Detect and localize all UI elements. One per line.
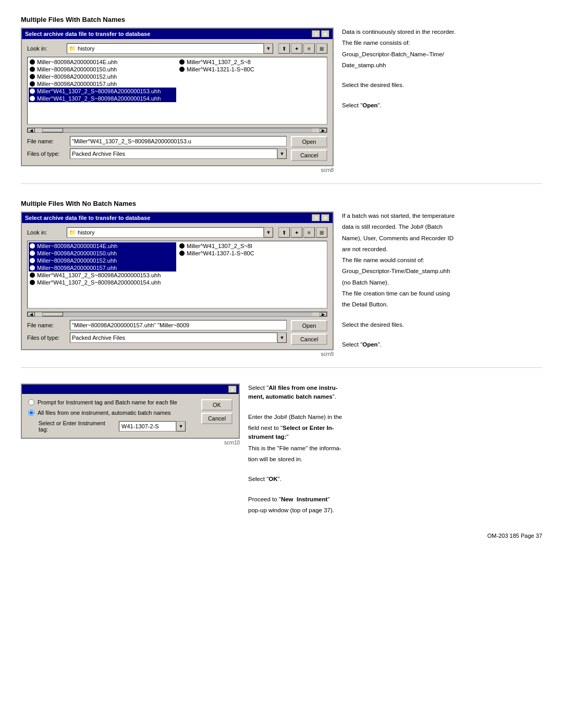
section3-radio1-row: Prompt for Instrument tag and Batch name… [28,399,186,405]
section3-instrument-combo[interactable]: ▼ [119,421,186,431]
section2-question-btn[interactable]: ? [312,214,320,221]
file-item[interactable]: Miller~80098A2000000152.uhh [29,73,176,80]
section1-side-line1: Data is continuously stored in the recor… [342,28,542,36]
file-item-selected[interactable]: Miller~80098A2000000157.uhh [29,264,176,272]
section1-title: Multiple Files With Batch Names [21,16,542,23]
section3-close-btn[interactable]: ✕ [228,386,237,393]
section3-instrument-label: Select or Enter Instrument tag: [39,420,116,433]
section2-open-btn[interactable]: Open [291,320,327,331]
section1-filename-label: File name: [27,138,68,144]
section1-filetype-combo[interactable]: ▼ [70,149,287,159]
file-item[interactable]: Miller~80098A200000014E.uhh [29,58,176,66]
section2-field-rows: File name: Files of type: ▼ [27,320,287,345]
section3-instrument-input[interactable] [119,421,176,431]
section1-lookin-combo[interactable]: 📁 history ▼ [67,43,273,54]
file-item-selected[interactable]: Miller~80098A200000014E.uhh [29,242,176,250]
file-dot [30,67,35,72]
section1-side-line3: Group_Descriptor-Batch_Name–Time/ [342,50,542,59]
section1-close-btn[interactable]: ✕ [321,30,329,38]
section3-action-btns: OK Cancel [201,399,232,433]
section1-question-btn[interactable]: ? [312,30,320,38]
scrollbar2-track [42,312,312,316]
scrollbar2-left-btn[interactable]: ◀ [28,312,35,316]
section2-title: Multiple Files With No Batch Names [21,200,542,207]
section1-lookin-dropdown[interactable]: ▼ [264,43,273,54]
file-item[interactable]: Miller^W41_1307_2_S~8I [178,242,326,250]
section2-filetype-combo[interactable]: ▼ [70,332,287,343]
page-footer: OM-203 185 Page 37 [21,533,542,539]
section1-titlebar-buttons: ? ✕ [312,30,329,38]
section2-dialog-body: Look in: 📁 history ▼ ⬆ ✦ ≡ [22,223,333,349]
section2-filetype-dropdown[interactable]: ▼ [277,332,287,343]
section1-open-word: Open [362,102,377,108]
section1-side-line4: Date_stamp.uhh [342,61,542,70]
file-item[interactable]: Miller^W41-1321-1-S~80C [178,66,326,73]
section1-lookin-value: 📁 history [67,43,264,54]
scrollbar2-thumb [42,312,63,316]
file-item-selected[interactable]: Miller^W41_1307_2_S~80098A2000000154.uhh [29,95,176,102]
section2-side-line9: the Detail Button. [342,300,542,309]
section3-st-line4: field next to "Select or Enter In-strume… [248,424,542,442]
section2-file-list[interactable]: Miller~80098A200000014E.uhh Miller~80098… [27,241,327,309]
section3-radio2[interactable] [28,410,34,416]
section2-lookin-combo[interactable]: 📁 history ▼ [67,227,273,238]
section3-ok-btn[interactable]: OK [201,399,232,411]
section2-action-btns: Open Cancel [291,320,327,345]
file-item[interactable]: Miller~80098A2000000157.uhh [29,80,176,88]
section3-scrn: scrn10 [21,440,240,446]
section1-filetype-label: Files of type: [27,151,68,157]
section3-st-line9: pop-up window (top of page 37). [248,506,542,515]
section2-open-word: Open [362,341,377,348]
section2-fields: File name: Files of type: ▼ [27,320,327,345]
section1-lookin-label: Look in: [27,45,64,52]
section1-file-list[interactable]: Miller~80098A200000014E.uhh Miller~80098… [27,57,327,125]
section2-filetype-input[interactable] [70,332,277,343]
section2-scrollbar[interactable]: ◀ ▶ [27,312,327,317]
file-dot [30,81,35,87]
file-dot [179,67,185,72]
section2-close-btn[interactable]: ✕ [321,214,329,221]
section2-cancel-btn[interactable]: Cancel [291,334,327,345]
section2-side-line2: data is still recorded. The Job# (Batch [342,223,542,231]
section2-tb-btn2[interactable]: ✦ [291,227,302,238]
section2-tb-btn4[interactable]: ⊞ [316,227,327,238]
file-item[interactable]: Miller~80098A2000000150.uhh [29,66,176,73]
section3-radio1-label: Prompt for Instrument tag and Batch name… [38,399,177,405]
section2-side-line10: Select the desired files. [342,320,542,329]
section3-radio1[interactable] [28,399,34,405]
section1-cancel-btn[interactable]: Cancel [291,150,327,161]
section1-scrollbar[interactable]: ◀ ▶ [27,128,327,133]
scrollbar-right-btn[interactable]: ▶ [320,128,327,132]
scrollbar2-right-btn[interactable]: ▶ [320,312,327,316]
file-item[interactable]: Miller^W41_1307_2_S~8 [178,58,326,66]
file-item-selected[interactable]: Miller^W41_1307_2_S~80098A2000000153.uhh [29,88,176,95]
section1-filetype-dropdown[interactable]: ▼ [277,149,287,159]
section1-tb-btn1[interactable]: ⬆ [278,43,290,54]
section2-tb-btn1[interactable]: ⬆ [278,227,290,238]
section1-filename-input[interactable] [70,136,287,146]
section2-titlebar: Select archive data file to transfer to … [22,213,333,223]
section1-titlebar: Select archive data file to transfer to … [22,29,333,39]
section1-tb-btn3[interactable]: ≡ [303,43,315,54]
section3-cancel-btn[interactable]: Cancel [201,413,232,424]
section2-filename-input[interactable] [70,320,287,330]
file-item-selected[interactable]: Miller~80098A2000000150.uhh [29,250,176,257]
file-item[interactable]: Miller^W41_1307_2_S~80098A2000000153.uhh [29,272,176,279]
section3-st-line3: Enter the Job# (Batch Name) in the [248,413,542,422]
section1-open-btn[interactable]: Open [291,136,327,147]
section2-lookin-dropdown[interactable]: ▼ [264,227,273,238]
section2-toolbar: ⬆ ✦ ≡ ⊞ [278,227,327,238]
section1-tb-btn2[interactable]: ✦ [291,43,302,54]
file-item-selected[interactable]: Miller~80098A2000000152.uhh [29,257,176,264]
section3-block: ✕ Prompt for Instrument tag and Batch na… [21,384,542,517]
section2-tb-btn3[interactable]: ≡ [303,227,315,238]
section3-instrument-dropdown[interactable]: ▼ [176,421,186,431]
section1-tb-btn4[interactable]: ⊞ [316,43,327,54]
file-item[interactable]: Miller^W41_1307_2_S~80098A2000000154.uhh [29,279,176,286]
section3-st-line6: tion will be stored in. [248,455,542,464]
section3-radios: Prompt for Instrument tag and Batch name… [28,399,186,433]
scrollbar-left-btn[interactable]: ◀ [28,128,35,132]
section1-filetype-input[interactable] [70,149,277,159]
file-item[interactable]: Miller^W41-1307-1-S~80C [178,250,326,257]
section2-filename-label: File name: [27,322,68,328]
